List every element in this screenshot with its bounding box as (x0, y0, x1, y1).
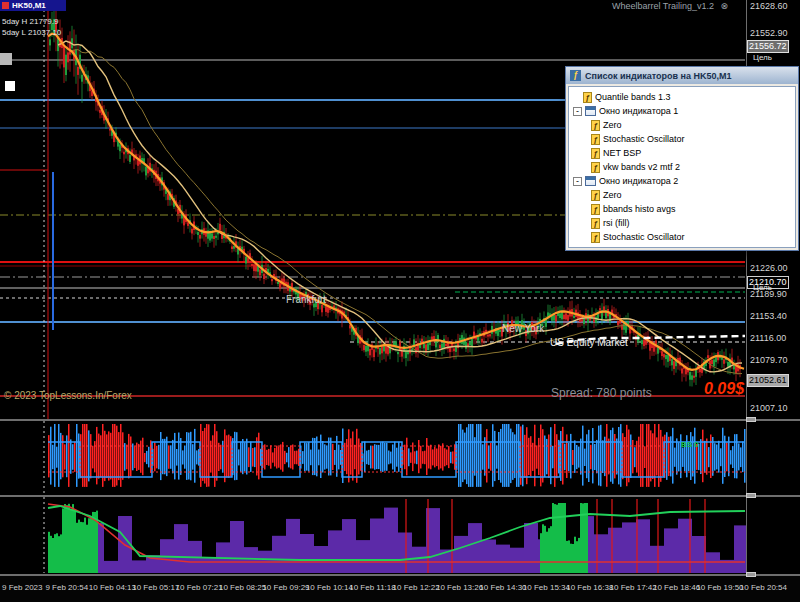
indicator-label: bbands histo avgs (603, 204, 676, 214)
dialog-title: Список индикаторов на HK50,M1 (585, 71, 731, 81)
function-icon: ƒ (583, 92, 592, 103)
indicator-row[interactable]: ƒrsi (fill) (569, 216, 795, 230)
indicator-label: Окно индикатора 2 (599, 176, 678, 186)
time-label: 10 Feb 13:26 (436, 583, 483, 592)
price-label: 21628.60 (750, 1, 788, 12)
indicator-row[interactable]: ƒNET BSP (569, 146, 795, 160)
separator-grip[interactable] (746, 572, 756, 577)
terminal-chart-window: 21628.6021552.9021556.7221226.0021210.70… (0, 0, 800, 602)
indicators-tree: ƒQuantile bands 1.3-Окно индикатора 1ƒZe… (569, 90, 795, 244)
chart-icon (2, 2, 9, 9)
ea-status-icon[interactable]: ⊗ (721, 1, 729, 11)
time-label: 10 Feb 04:13 (89, 583, 136, 592)
time-label: 10 Feb 08:25 (219, 583, 266, 592)
time-label: 10 Feb 20:54 (740, 583, 787, 592)
target-label: Цель (753, 53, 772, 62)
time-label: 10 Feb 15:34 (523, 583, 570, 592)
price-label: 21052.61 (747, 374, 789, 387)
indicator-label: rsi (fill) (603, 218, 630, 228)
indicator-window-2[interactable] (0, 497, 746, 574)
drawing-anchor-gray[interactable] (0, 53, 12, 65)
time-label: 10 Feb 18:46 (653, 583, 700, 592)
price-label: 21552.90 (750, 28, 788, 39)
indicator-label: Zero (603, 120, 622, 130)
price-label: 21079.70 (750, 355, 788, 366)
indicator-row[interactable]: ƒStochastic Oscillator (569, 132, 795, 146)
bsp-value-label: BS 0 (681, 440, 699, 449)
indicator-label: vkw bands v2 mtf 2 (603, 162, 680, 172)
indicator-group-row[interactable]: -Окно индикатора 2 (569, 174, 795, 188)
tree-collapse-icon[interactable]: - (573, 177, 582, 186)
time-label: 10 Feb 17:42 (610, 583, 657, 592)
function-icon: ƒ (591, 190, 600, 201)
function-icon: ƒ (591, 232, 600, 243)
copyright-label: © 2023 TopLessons.In/Forex (4, 390, 132, 401)
price-label: 21556.72 (747, 40, 789, 53)
target-label: Цель (753, 283, 772, 292)
highlight-value-label: 0.09$ (704, 380, 744, 398)
time-label: 10 Feb 16:38 (566, 583, 613, 592)
session-label-newyork: New York (502, 323, 544, 334)
indicator-label: Stochastic Oscillator (603, 134, 685, 144)
function-icon: ƒ (591, 204, 600, 215)
indicator-label: Stochastic Oscillator (603, 232, 685, 242)
fiveday-high-label: 5day H 21779.9 (2, 17, 59, 26)
time-label: 10 Feb 14:30 (479, 583, 526, 592)
indicator-window-1[interactable] (0, 421, 746, 495)
window-separator[interactable] (0, 574, 800, 576)
time-label: 9 Feb 2023 (2, 583, 42, 592)
drawing-anchor-white[interactable] (5, 81, 15, 91)
symbol-period-label: HK50,M1 (12, 1, 46, 10)
price-label: 21226.00 (750, 263, 788, 274)
window-separator[interactable] (0, 419, 800, 421)
indicator-row[interactable]: ƒStochastic Oscillator (569, 230, 795, 244)
indicator-label: Quantile bands 1.3 (595, 92, 671, 102)
function-icon: ƒ (591, 218, 600, 229)
indicator-window-icon (585, 176, 596, 186)
dialog-body: ƒQuantile bands 1.3-Окно индикатора 1ƒZe… (568, 86, 796, 248)
symbol-titlebar[interactable]: HK50,M1 (0, 0, 66, 11)
time-label: 10 Feb 19:50 (696, 583, 743, 592)
function-icon: ƒ (591, 148, 600, 159)
price-label: 21007.10 (750, 403, 788, 414)
indicators-list-dialog[interactable]: ƒ Список индикаторов на HK50,M1 ƒQuantil… (565, 66, 799, 251)
time-axis[interactable]: 9 Feb 20239 Feb 20:5410 Feb 04:1310 Feb … (0, 576, 800, 602)
time-label: 9 Feb 20:54 (45, 583, 88, 592)
price-label: 21116.00 (750, 333, 786, 344)
tree-collapse-icon[interactable]: - (573, 107, 582, 116)
indicator-label: Окно индикатора 1 (599, 106, 678, 116)
separator-grip[interactable] (746, 493, 756, 498)
separator-grip[interactable] (746, 417, 756, 422)
indicator-group-row[interactable]: -Окно индикатора 1 (569, 104, 795, 118)
session-label-us-equity: US Equity Market (550, 337, 628, 348)
session-label-frankfurt: Frankfurt (286, 294, 326, 305)
time-label: 10 Feb 11:18 (349, 583, 396, 592)
indicator-row[interactable]: ƒZero (569, 188, 795, 202)
time-label: 10 Feb 09:29 (262, 583, 309, 592)
indicators-dialog-icon: ƒ (570, 70, 581, 81)
indicator-row[interactable]: ƒQuantile bands 1.3 (569, 90, 795, 104)
indicator-row[interactable]: ƒbbands histo avgs (569, 202, 795, 216)
dialog-titlebar[interactable]: ƒ Список индикаторов на HK50,M1 (566, 67, 798, 84)
ea-name-label: Wheelbarrel Trailing_v1.2 ⊗ (612, 1, 728, 11)
spread-label: Spread: 780 points (551, 386, 652, 400)
time-label: 10 Feb 07:21 (176, 583, 223, 592)
indicator-label: NET BSP (603, 148, 641, 158)
time-label: 10 Feb 12:22 (393, 583, 440, 592)
fiveday-low-label: 5day L 21037.10 (2, 28, 61, 37)
indicator-row[interactable]: ƒZero (569, 118, 795, 132)
time-label: 10 Feb 10:14 (306, 583, 353, 592)
price-label: 21153.40 (750, 311, 787, 322)
time-label: 10 Feb 05:17 (132, 583, 179, 592)
indicator-row[interactable]: ƒvkw bands v2 mtf 2 (569, 160, 795, 174)
window-separator[interactable] (0, 495, 800, 497)
function-icon: ƒ (591, 120, 600, 131)
ea-name-text: Wheelbarrel Trailing_v1.2 (612, 1, 714, 11)
function-icon: ƒ (591, 134, 600, 145)
function-icon: ƒ (591, 162, 600, 173)
indicator-window-icon (585, 106, 596, 116)
indicator-label: Zero (603, 190, 622, 200)
